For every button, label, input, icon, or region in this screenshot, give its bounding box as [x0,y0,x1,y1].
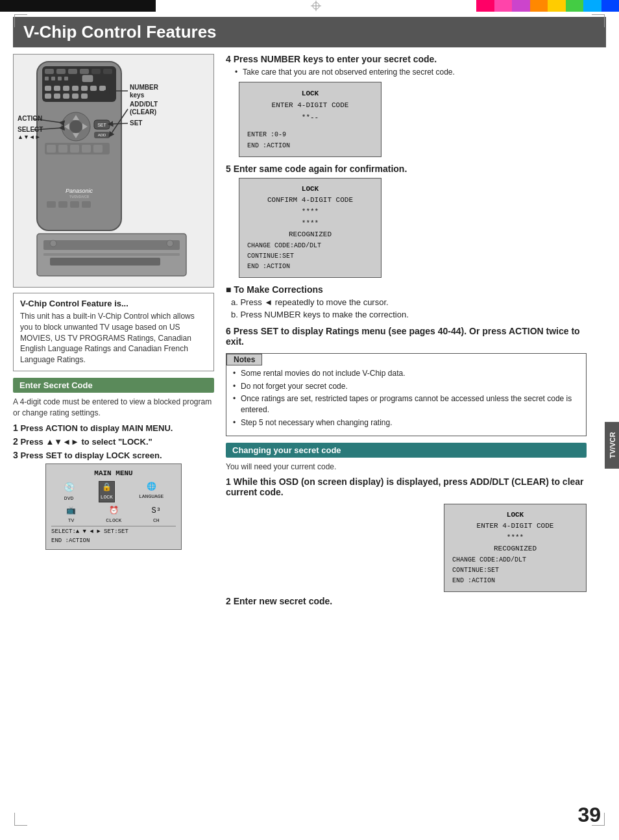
changing-code-intro: You will need your current code. [226,462,587,473]
step-4-text: Press NUMBER keys to enter your secret c… [234,54,437,64]
note-4: • Step 5 not necessary when changing rat… [232,417,581,428]
step-4-bullet-text: Take care that you are not observed ente… [243,68,455,77]
corner-mark-tl [14,14,27,27]
lsc-line6: END :ACTION [452,576,578,586]
svg-rect-39 [47,145,56,153]
svg-rect-44 [47,156,56,162]
svg-rect-24 [54,93,60,99]
dvd-label: DVD [64,495,75,502]
svg-rect-49 [47,165,56,171]
tv-icon: 📺 [66,505,76,517]
menu-icons-row: 💿 DVD 🔒 LOCK 🌐 LANGUAGE [51,481,176,502]
svg-rect-13 [58,77,62,80]
svg-rect-23 [45,93,51,99]
lsc-line3: RECOGNIZED [452,543,578,555]
info-box: V-Chip Control Feature is... This unit h… [13,293,214,371]
info-box-body: This unit has a built-in V-Chip Control … [20,311,207,365]
svg-text:SET: SET [130,119,142,127]
cross-mark-top [311,1,619,11]
svg-rect-15 [82,75,93,82]
step-6-block: 6 Press SET to display Ratings menu (see… [226,326,587,347]
page-title: V-Chip Control Features [23,22,596,42]
svg-rect-20 [81,86,88,91]
remote-container: SET ADD [13,54,214,288]
top-bar-black [0,0,156,12]
svg-rect-22 [99,86,106,91]
note-1-text: Some rental movies do not include V-Chip… [241,369,405,378]
ls4-line5: END :ACTION [247,140,373,151]
svg-rect-21 [90,86,97,91]
note-4-text: Step 5 not necessary when changing ratin… [241,418,392,427]
page-number: 39 [577,803,601,827]
ls5-line1: CONFIRM 4-DIGIT CODE [247,195,373,206]
step-5-title: 5 Enter same code again for confirmation… [226,164,587,174]
side-tab-line1: TV/VCR [609,432,616,458]
svg-rect-45 [58,156,67,162]
main-menu-screen: MAIN MENU 💿 DVD 🔒 LOCK 🌐 LANGUAGE 📺 [45,463,182,550]
svg-text:▲▼◄►: ▲▼◄► [18,134,41,140]
svg-rect-5 [45,69,54,74]
step-4-block: 4 Press NUMBER keys to enter your secret… [226,54,587,157]
note-3-text: Once ratings are set, restricted tapes o… [241,394,572,414]
lock-screen-4: LOCK ENTER 4-DIGIT CODE **-- ENTER :0-9 … [239,82,382,157]
correction-a: a. Press ◄ repeatedly to move the cursor… [231,297,587,307]
lock-screen-change: LOCK ENTER 4-DIGIT CODE **** RECOGNIZED … [444,504,587,592]
ls4-line4: ENTER :0-9 [247,129,373,140]
svg-line-72 [110,123,128,124]
ls4-spacer [247,124,373,129]
corrections-title-text: To Make Corrections [234,284,322,295]
svg-rect-77 [50,258,160,266]
change-step-1-text: While this OSD (on screen display) is di… [226,476,584,497]
changing-code-label: Changing your secret code [232,445,341,455]
lock-icon: 🔒 [101,482,113,493]
menu-tv: 📺 TV [66,505,76,525]
lsc-line2: **** [452,532,578,544]
svg-rect-60 [82,201,91,208]
svg-point-79 [167,240,173,247]
ls4-line2: **-- [247,112,373,124]
step-6-num: 6 [226,326,234,336]
change-step-2-title: 2 Enter new secret code. [226,596,587,606]
side-tab: TV/VCR Operation [605,422,619,469]
menu-ch: S³ CH [151,505,160,525]
svg-rect-16 [45,86,51,91]
note-1: • Some rental movies do not include V-Ch… [232,368,581,379]
svg-rect-11 [45,77,49,80]
page-header: V-Chip Control Features [13,17,606,47]
enter-secret-intro: A 4-digit code must be entered to view a… [13,397,214,419]
svg-rect-10 [103,69,112,74]
svg-text:ACTION: ACTION [18,115,42,122]
step-1: 1 Press ACTION to display MAIN MENU. [13,423,214,433]
bullet-4: • [235,67,237,78]
svg-rect-43 [93,145,103,153]
svg-text:TV/DVD/VCR: TV/DVD/VCR [69,195,90,199]
note-2-text: Do not forget your secret code. [241,382,348,391]
svg-rect-7 [68,69,77,74]
step-6-text: Press SET to display Ratings menu (see p… [226,326,580,347]
step-3: 3 Press SET to display LOCK screen. [13,450,214,460]
ls5-line5: CHANGE CODE:ADD/DLT [247,241,373,251]
svg-rect-18 [63,86,69,91]
svg-rect-8 [80,69,89,74]
notes-header: Notes [226,354,262,365]
change-step-1-title: 1 While this OSD (on screen display) is … [226,476,587,497]
svg-rect-26 [72,93,79,99]
svg-rect-75 [43,240,180,250]
svg-text:Panasonic: Panasonic [66,188,93,194]
step-2-num: 2 [13,436,18,447]
main-content: SET ADD [13,54,606,606]
svg-rect-41 [70,145,79,153]
svg-text:ADD: ADD [98,133,106,137]
svg-rect-9 [91,69,101,74]
change-step-1-num: 1 [226,476,234,487]
svg-rect-58 [58,201,67,208]
svg-rect-57 [47,201,56,208]
note-4-bullet: • [233,417,236,428]
svg-rect-19 [72,86,79,91]
note-3-bullet: • [233,393,236,404]
top-bar-white [156,0,476,12]
lock-label: LOCK [101,493,113,501]
ls5-title: LOCK [247,184,373,195]
lsc-line5: CONTINUE:SET [452,565,578,576]
menu-language: 🌐 LANGUAGE [139,481,164,502]
